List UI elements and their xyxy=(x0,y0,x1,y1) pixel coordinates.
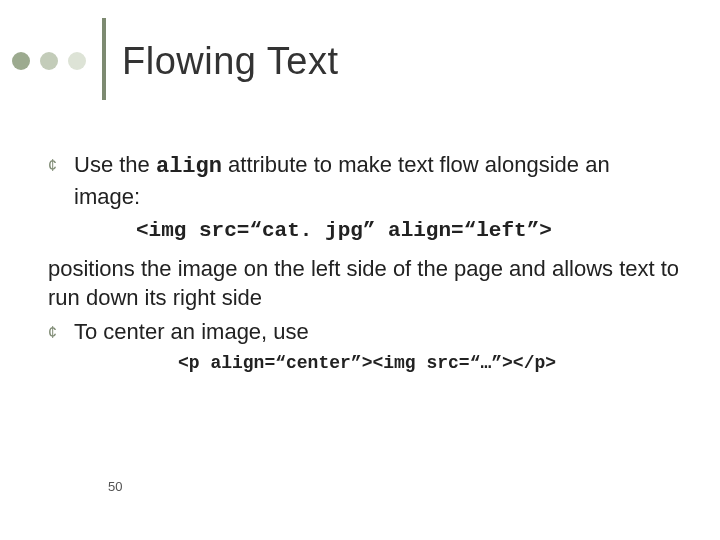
decor-dot-icon xyxy=(68,52,86,70)
inline-code: align xyxy=(156,154,222,179)
bullet-item: ¢ To center an image, use xyxy=(48,317,680,347)
bullet-icon: ¢ xyxy=(48,322,64,344)
decor-vertical-bar-icon xyxy=(102,18,106,100)
slide: Flowing Text ¢ Use the align attribute t… xyxy=(0,0,720,540)
bullet-text: Use the align attribute to make text flo… xyxy=(74,150,680,211)
page-number: 50 xyxy=(108,479,122,494)
paragraph-text: positions the image on the left side of … xyxy=(48,254,680,313)
text-fragment: Use the xyxy=(74,152,156,177)
code-line: <p align=“center”><img src=“…”></p> xyxy=(178,351,680,375)
bullet-item: ¢ Use the align attribute to make text f… xyxy=(48,150,680,211)
decor-dot-icon xyxy=(40,52,58,70)
slide-header: Flowing Text xyxy=(12,22,339,100)
slide-body: ¢ Use the align attribute to make text f… xyxy=(48,150,680,383)
bullet-icon: ¢ xyxy=(48,155,64,177)
slide-title: Flowing Text xyxy=(122,40,339,83)
code-line: <img src=“cat. jpg” align=“left”> xyxy=(136,217,680,245)
bullet-text: To center an image, use xyxy=(74,317,680,347)
decor-dot-icon xyxy=(12,52,30,70)
